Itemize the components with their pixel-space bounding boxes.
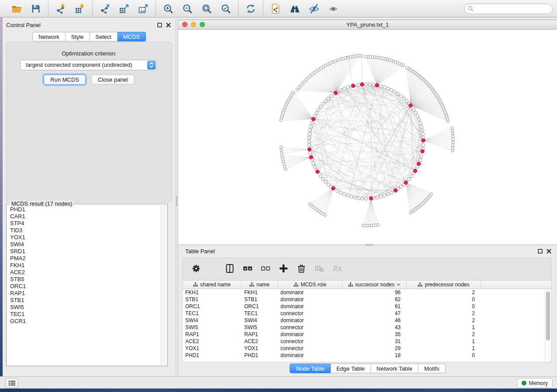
export-network-button[interactable]: [99, 3, 111, 14]
ring-node[interactable]: [346, 86, 349, 89]
leaf-node[interactable]: [360, 55, 363, 58]
leaf-node[interactable]: [451, 129, 454, 132]
close-panel-button[interactable]: [166, 22, 171, 28]
mcds-result-item[interactable]: ACE2: [7, 269, 160, 276]
tab-mcds[interactable]: MCDS: [118, 32, 146, 41]
mcds-result-item[interactable]: SWI5: [7, 304, 160, 311]
ring-node[interactable]: [339, 89, 342, 92]
ring-node[interactable]: [349, 195, 353, 198]
leaf-node[interactable]: [355, 55, 358, 58]
ring-node[interactable]: [353, 196, 356, 199]
leaf-node[interactable]: [280, 146, 283, 149]
table-scrollbar[interactable]: [545, 289, 551, 361]
ring-node[interactable]: [308, 151, 311, 154]
ring-node[interactable]: [383, 86, 386, 89]
window-maximize-button[interactable]: [200, 22, 205, 27]
ring-node[interactable]: [420, 155, 423, 158]
add-column-button[interactable]: [278, 263, 289, 274]
mcds-result-item[interactable]: PHD1: [7, 206, 160, 213]
tab-node-table[interactable]: Node Table: [290, 364, 331, 373]
leaf-node[interactable]: [451, 146, 454, 149]
table-row[interactable]: YOX1YOX1connector291: [183, 345, 551, 352]
leaf-node[interactable]: [281, 155, 284, 158]
window-close-button[interactable]: [182, 22, 187, 27]
settings-button[interactable]: [190, 263, 202, 274]
tab-select[interactable]: Select: [90, 32, 118, 41]
zoom-selected-button[interactable]: [220, 3, 232, 14]
mcds-result-item[interactable]: RAP1: [7, 290, 160, 297]
table-row[interactable]: SWI5SWI5connector431: [183, 324, 551, 331]
ring-node[interactable]: [319, 105, 322, 108]
ring-node[interactable]: [399, 94, 402, 97]
leaf-node[interactable]: [281, 158, 284, 161]
leaf-node[interactable]: [280, 152, 284, 155]
ring-node[interactable]: [412, 108, 415, 111]
ring-node[interactable]: [308, 129, 311, 132]
mcds-result-item[interactable]: ORC1: [7, 283, 160, 290]
ring-node[interactable]: [322, 178, 325, 181]
leaf-node[interactable]: [451, 149, 454, 152]
search-field[interactable]: [464, 3, 553, 14]
ring-node[interactable]: [307, 140, 310, 143]
ring-node[interactable]: [313, 165, 316, 168]
ring-node[interactable]: [346, 194, 349, 197]
leaf-node[interactable]: [405, 66, 408, 69]
leaf-node[interactable]: [450, 127, 453, 130]
ring-node[interactable]: [308, 132, 311, 135]
mcds-result-item[interactable]: CAR1: [7, 213, 160, 220]
ring-node[interactable]: [343, 193, 346, 196]
leaf-node[interactable]: [284, 168, 287, 171]
memory-button[interactable]: Memory: [517, 378, 553, 388]
table-row[interactable]: ORC1ORC1dominator610: [183, 303, 551, 310]
mcds-hub-node[interactable]: [417, 162, 420, 165]
export-image-button[interactable]: [138, 3, 149, 14]
import-table-button[interactable]: [74, 3, 86, 14]
ring-node[interactable]: [383, 194, 386, 197]
mcds-result-item[interactable]: STB1: [7, 297, 160, 304]
mcds-hub-node[interactable]: [308, 148, 311, 151]
export-table-button[interactable]: [118, 3, 130, 14]
close-mcds-panel-button[interactable]: Close panel: [91, 75, 135, 85]
leaf-node[interactable]: [280, 149, 283, 152]
ring-node[interactable]: [364, 197, 367, 200]
refresh-button[interactable]: [245, 3, 256, 14]
mcds-result-item[interactable]: SWI4: [7, 241, 160, 248]
leaf-node[interactable]: [296, 88, 299, 91]
column-header-predecessor-nodes[interactable]: predecessor nodes: [407, 281, 481, 289]
leaf-node[interactable]: [280, 119, 283, 122]
mcds-result-item[interactable]: FKH1: [7, 262, 160, 269]
ring-node[interactable]: [324, 100, 327, 103]
mcds-result-item[interactable]: GCR1: [7, 318, 160, 325]
mcds-hub-node[interactable]: [394, 189, 397, 192]
leaf-node[interactable]: [347, 56, 350, 59]
mcds-hub-node[interactable]: [413, 169, 417, 172]
leaf-node[interactable]: [430, 193, 433, 196]
ring-node[interactable]: [364, 83, 367, 86]
table-row[interactable]: TEC1TEC1connector472: [183, 310, 551, 317]
ring-node[interactable]: [419, 121, 422, 124]
ring-node[interactable]: [386, 87, 389, 90]
ring-node[interactable]: [310, 121, 313, 124]
mcds-hub-node[interactable]: [404, 181, 408, 184]
run-mcds-button[interactable]: Run MCDS: [44, 75, 86, 85]
zoom-in-button[interactable]: [163, 3, 174, 14]
tab-motifs[interactable]: Motifs: [419, 364, 446, 373]
mcds-hub-node[interactable]: [316, 170, 319, 173]
ring-node[interactable]: [336, 189, 339, 193]
ring-node[interactable]: [343, 87, 346, 90]
ring-node[interactable]: [317, 108, 320, 111]
mcds-hub-node[interactable]: [375, 83, 379, 87]
scrollbar-thumb[interactable]: [546, 292, 550, 340]
ring-node[interactable]: [330, 94, 333, 97]
column-visibility-button[interactable]: [224, 263, 235, 274]
column-header-name[interactable]: name: [242, 281, 278, 289]
tab-network-table[interactable]: Network Table: [371, 364, 419, 373]
ring-node[interactable]: [420, 125, 423, 128]
table-row[interactable]: ACE2ACE2connector311: [183, 338, 551, 345]
leaf-node[interactable]: [451, 135, 454, 138]
leaf-node[interactable]: [452, 141, 455, 144]
leaf-node[interactable]: [324, 214, 327, 217]
mcds-result-item[interactable]: TID3: [7, 227, 160, 234]
float-panel-button[interactable]: [537, 248, 543, 254]
mcds-result-item[interactable]: STB5: [7, 276, 160, 283]
